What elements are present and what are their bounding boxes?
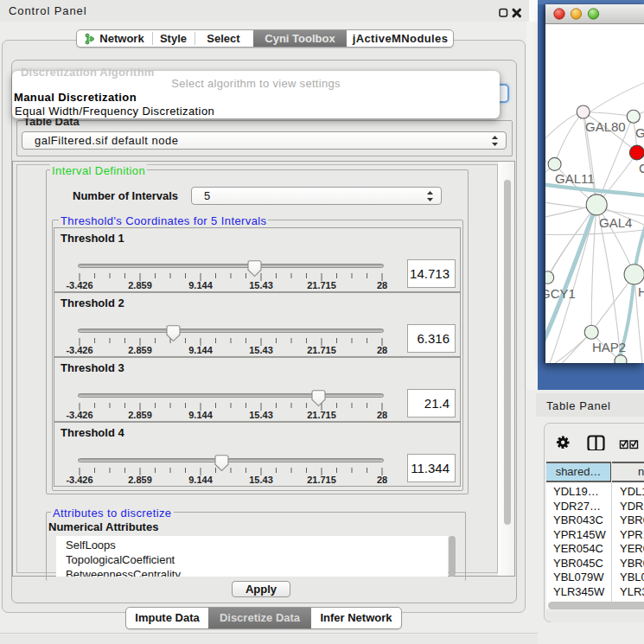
svg-text:GAL2: GAL2: [635, 125, 644, 140]
svg-text:GAL11: GAL11: [555, 171, 595, 186]
svg-text:HIS4: HIS4: [638, 284, 644, 299]
svg-text:GCY1: GCY1: [545, 286, 576, 301]
svg-text:CDC19: CDC19: [639, 161, 644, 175]
svg-text:HAP2: HAP2: [592, 340, 626, 354]
svg-text:GAL4: GAL4: [599, 215, 632, 230]
svg-text:GAL80: GAL80: [585, 119, 626, 134]
